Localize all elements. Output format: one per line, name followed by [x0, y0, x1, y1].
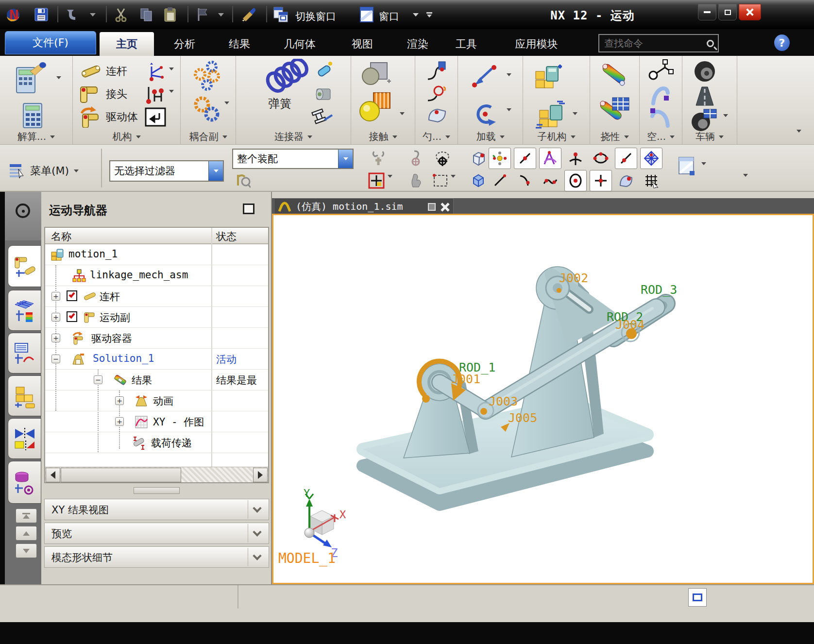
switch-window-button[interactable]: 切换窗口	[295, 10, 336, 23]
measure-dropdown[interactable]	[169, 93, 174, 102]
close-button[interactable]	[739, 4, 761, 20]
snap-hook-icon[interactable]	[405, 148, 427, 169]
group-label-submechanism[interactable]: 子机构	[523, 130, 590, 143]
mechanism-arm-icon[interactable]	[649, 84, 672, 107]
panel-modal-shape-details[interactable]: 模态形状细节	[44, 546, 269, 568]
group-label-connectors[interactable]: 连接器	[236, 130, 351, 143]
flag-button[interactable]	[193, 6, 212, 23]
undo-dropdown[interactable]	[87, 6, 98, 23]
selection-scope-dropdown[interactable]	[338, 150, 353, 168]
window-button[interactable]: 窗口	[379, 10, 399, 23]
submechanism-dropdown[interactable]	[573, 115, 577, 124]
toolbar-overflow-dropdown[interactable]	[743, 177, 748, 186]
column-name[interactable]: 名称	[51, 230, 71, 243]
joint-j003-marker[interactable]	[480, 408, 487, 415]
tire-data-icon[interactable]	[690, 107, 717, 133]
copy-button[interactable]	[137, 6, 155, 23]
selection-filter-dropdown[interactable]	[208, 161, 223, 181]
close-tab-icon[interactable]	[441, 203, 449, 211]
ribbon-overflow-dropdown[interactable]	[797, 133, 801, 142]
measure-icon[interactable]	[145, 85, 166, 104]
snap-mesh-toggle[interactable]	[640, 148, 662, 169]
group-label-loads[interactable]: 加载	[458, 130, 523, 143]
column-status[interactable]: 状态	[216, 230, 237, 243]
group-label-mechanism[interactable]: 机构	[73, 130, 180, 143]
tree-row-links[interactable]: + 连杆	[45, 286, 268, 307]
tree-row-xy-graphing[interactable]: + XY - 作图	[45, 411, 268, 432]
tree-row-animation[interactable]: + 动画	[45, 390, 268, 411]
chevron-down-icon[interactable]	[253, 527, 261, 536]
smart-point-icon[interactable]	[426, 83, 448, 104]
contact-2d-icon[interactable]	[357, 91, 393, 123]
resource-scroll-down-button[interactable]	[16, 543, 37, 558]
chevron-down-icon[interactable]	[253, 504, 261, 512]
panel-preview[interactable]: 预览	[44, 523, 269, 544]
expand-toggle[interactable]: +	[51, 292, 60, 301]
tab-application-modules[interactable]: 应用模块	[496, 32, 577, 56]
snap-grid-icon[interactable]	[640, 170, 662, 191]
search-icon[interactable]	[707, 40, 714, 47]
driver-button[interactable]: 驱动体	[78, 106, 138, 128]
view-window-dropdown[interactable]	[701, 165, 706, 174]
tree-row-linkage-mech-asm[interactable]: linkage_mech_asm	[45, 265, 268, 286]
snap-intersection-toggle[interactable]	[564, 148, 587, 169]
road-icon[interactable]	[694, 85, 715, 107]
linkage-diagram-icon[interactable]	[648, 59, 674, 82]
window-restore-icon[interactable]	[688, 588, 707, 607]
group-label-solution[interactable]: 解算...	[0, 130, 72, 143]
snap-cube-icon[interactable]	[467, 170, 490, 191]
minimize-button[interactable]	[698, 4, 716, 20]
tree-row-driver-container[interactable]: + 驱动容器	[45, 328, 268, 349]
tree-row-solution-1[interactable]: − Solution_1 活动	[45, 349, 268, 370]
submechanism-create-icon[interactable]	[534, 63, 564, 93]
links-checkbox[interactable]	[67, 290, 77, 301]
force-dropdown[interactable]	[507, 76, 511, 85]
rack-pinion-icon[interactable]	[191, 94, 221, 124]
snap-existing-point-toggle[interactable]	[615, 148, 637, 169]
snap-spline-icon[interactable]	[539, 170, 561, 191]
panel-xy-result-view[interactable]: XY 结果视图	[44, 499, 269, 520]
tree-row-motion-1[interactable]: motion_1	[45, 244, 268, 265]
undo-button[interactable]	[64, 6, 83, 23]
snap-point-toggle[interactable]	[489, 148, 511, 169]
marker-icon[interactable]	[145, 63, 166, 82]
tab-geometry[interactable]: 几何体	[268, 32, 331, 56]
vehicle-dropdown[interactable]	[723, 117, 728, 126]
spring-icon[interactable]	[261, 59, 310, 94]
tab-results[interactable]: 结果	[215, 32, 264, 56]
format-brush-button[interactable]	[240, 6, 258, 23]
search-input[interactable]	[603, 37, 707, 50]
tab-file[interactable]: 文件(F)	[5, 31, 96, 54]
panel-splitter[interactable]	[134, 487, 180, 494]
solution-icon[interactable]	[18, 101, 47, 130]
link-button[interactable]: 连杆	[79, 62, 127, 81]
force-icon[interactable]	[471, 65, 497, 89]
roles-gear-icon[interactable]	[16, 203, 30, 218]
joint-j002-marker[interactable]	[557, 288, 561, 293]
group-label-couplers[interactable]: 耦合副	[181, 130, 236, 143]
beam-force-icon[interactable]	[310, 106, 335, 127]
expand-toggle[interactable]: +	[115, 396, 124, 405]
snap-quadrant-toggle[interactable]	[590, 170, 612, 191]
expand-toggle[interactable]: +	[51, 313, 60, 322]
tire-icon[interactable]	[693, 60, 716, 83]
snap-arc-icon[interactable]	[514, 170, 536, 191]
interpart-selection-icon[interactable]	[234, 172, 251, 188]
chevron-down-icon[interactable]	[253, 551, 261, 560]
collapse-toggle[interactable]: −	[94, 375, 102, 384]
tree-row-load-transfer[interactable]: 载荷传递	[45, 432, 268, 453]
tab-view[interactable]: 视图	[338, 32, 387, 56]
tab-xy-navigator[interactable]	[8, 333, 41, 373]
marker-dropdown[interactable]	[169, 70, 174, 80]
command-search[interactable]	[598, 34, 719, 52]
window-dropdown[interactable]	[411, 6, 421, 23]
snap-circle-center-toggle[interactable]	[564, 170, 587, 191]
menu-button[interactable]: 菜单(M)	[9, 163, 79, 179]
window-icon[interactable]	[357, 6, 376, 23]
gear-coupler-icon[interactable]	[192, 60, 224, 92]
contact-dropdown[interactable]	[400, 115, 405, 124]
group-label-markers[interactable]: 勺...	[415, 130, 458, 143]
snap-curve-toggle[interactable]	[539, 148, 561, 169]
expand-toggle[interactable]: +	[51, 334, 60, 342]
tab-assembly-navigator[interactable]	[8, 375, 41, 416]
